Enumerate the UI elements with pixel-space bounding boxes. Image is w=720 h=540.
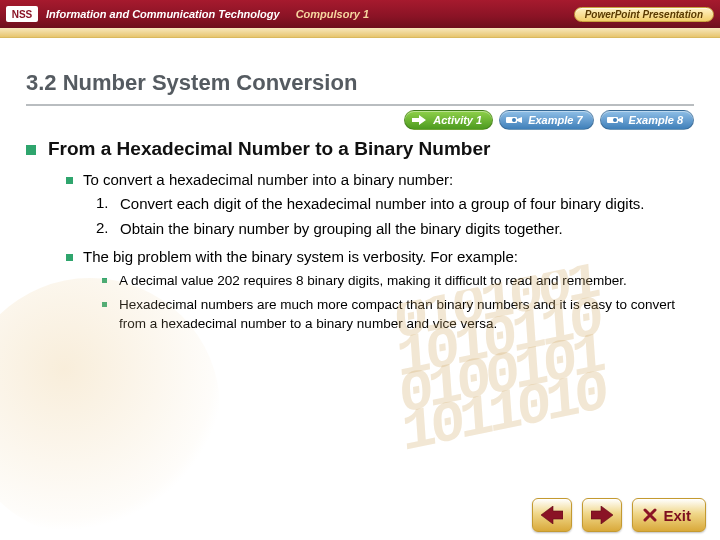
svg-point-3	[613, 118, 617, 122]
powerpoint-presentation-button[interactable]: PowerPoint Presentation	[574, 7, 714, 22]
intro-text-2: The big problem with the binary system i…	[83, 247, 518, 267]
bullet-icon	[102, 278, 107, 283]
link-button-row: Activity 1 Example 7 Example 8	[26, 110, 694, 130]
brand-title: Information and Communication Technology	[46, 8, 280, 20]
arrow-right-icon	[591, 506, 613, 524]
prev-slide-button[interactable]	[532, 498, 572, 532]
projector-icon	[504, 112, 524, 128]
list-item: Hexadecimal numbers are much more compac…	[102, 295, 694, 334]
bullet-icon	[66, 254, 73, 261]
content-block-1: To convert a hexadecimal number into a b…	[66, 170, 694, 334]
list-item: A decimal value 202 requires 8 binary di…	[102, 271, 694, 291]
top-brand-bar: NSS Information and Communication Techno…	[0, 0, 720, 28]
example-7-label: Example 7	[528, 114, 582, 126]
slide-content: 3.2 Number System Conversion Activity 1 …	[0, 38, 720, 508]
gold-divider-strip	[0, 28, 720, 38]
bullet-icon	[26, 145, 36, 155]
brand-logo: NSS	[6, 6, 38, 22]
example-8-label: Example 8	[629, 114, 683, 126]
exit-label: Exit	[663, 507, 691, 524]
list-item: 1. Convert each digit of the hexadecimal…	[96, 194, 694, 214]
bullet-icon	[102, 302, 107, 307]
next-slide-button[interactable]	[582, 498, 622, 532]
list-item: The big problem with the binary system i…	[66, 247, 694, 267]
sub-point-text: A decimal value 202 requires 8 binary di…	[119, 271, 627, 291]
subheading: From a Hexadecimal Number to a Binary Nu…	[48, 138, 490, 160]
section-title: 3.2 Number System Conversion	[26, 70, 694, 106]
subheading-row: From a Hexadecimal Number to a Binary Nu…	[26, 138, 694, 160]
exit-button[interactable]: Exit	[632, 498, 706, 532]
arrow-right-icon	[409, 112, 429, 128]
sub-point-text: Hexadecimal numbers are much more compac…	[119, 295, 694, 334]
step-number: 2.	[96, 219, 120, 236]
close-icon	[643, 508, 657, 522]
ordered-steps-list: 1. Convert each digit of the hexadecimal…	[96, 194, 694, 239]
step-number: 1.	[96, 194, 120, 211]
example-7-button[interactable]: Example 7	[499, 110, 593, 130]
svg-point-1	[512, 118, 516, 122]
footer-nav: Exit	[0, 496, 720, 534]
intro-text: To convert a hexadecimal number into a b…	[83, 170, 453, 190]
activity-1-label: Activity 1	[433, 114, 482, 126]
list-item: To convert a hexadecimal number into a b…	[66, 170, 694, 190]
list-item: 2. Obtain the binary number by grouping …	[96, 219, 694, 239]
activity-1-button[interactable]: Activity 1	[404, 110, 493, 130]
bullet-icon	[66, 177, 73, 184]
step-text: Convert each digit of the hexadecimal nu…	[120, 194, 644, 214]
sub-bullet-list: A decimal value 202 requires 8 binary di…	[102, 271, 694, 334]
brand-subtitle: Compulsory 1	[296, 8, 369, 20]
arrow-left-icon	[541, 506, 563, 524]
step-text: Obtain the binary number by grouping all…	[120, 219, 563, 239]
example-8-button[interactable]: Example 8	[600, 110, 694, 130]
projector-icon	[605, 112, 625, 128]
